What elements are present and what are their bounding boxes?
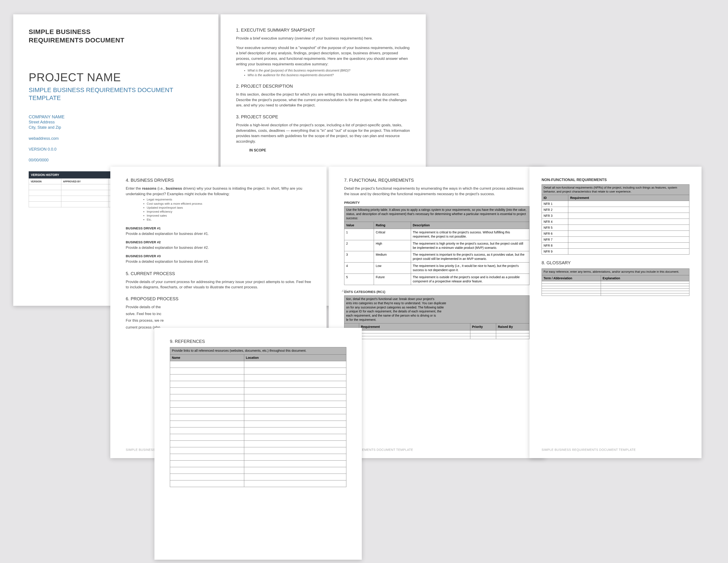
- section-functional-requirements: 7. FUNCTIONAL REQUIREMENTS: [344, 178, 529, 183]
- rc1-label: ENTS CATEGORIES (RC1): [344, 290, 529, 294]
- glossary-intro: For easy reference, enter any terms, abb…: [542, 269, 689, 275]
- drivers-bullets: Legal requirements Cost savings with a m…: [147, 197, 311, 222]
- page-nfr-glossary: NON-FUNCTIONAL REQUIREMENTS Detail all n…: [529, 167, 702, 458]
- section-current-process: 5. CURRENT PROCESS: [126, 271, 311, 276]
- company-address-1: Street Address: [29, 119, 203, 125]
- in-scope-label: IN SCOPE: [249, 148, 410, 152]
- doc-header-line2: REQUIREMENTS DOCUMENT: [29, 36, 203, 44]
- bd2-desc: Provide a detailed explanation for busin…: [126, 246, 311, 250]
- rc1-table: tion, detail the project's functional us…: [344, 296, 529, 339]
- proj-scope-body: Provide a high-level description of the …: [236, 122, 410, 144]
- drivers-intro: Enter the reasons (i.e., business driver…: [126, 186, 311, 197]
- proposed-line2: solve. Feel free to inc: [126, 311, 311, 317]
- current-process-body: Provide details of your current process …: [126, 279, 311, 290]
- peek-ate: ATE: [342, 289, 347, 293]
- page-footer: SIMPLE BUSINESS REQUIREMENTS DOCUMENT TE…: [542, 448, 636, 452]
- nfr-table: Detail all non-functional requirements (…: [542, 184, 689, 254]
- priority-label: PRIORITY: [344, 201, 529, 204]
- nfr-intro: Detail all non-functional requirements (…: [542, 184, 689, 195]
- bd1-desc: Provide a detailed explanation for busin…: [126, 232, 311, 236]
- glossary-table: For easy reference, enter any terms, abb…: [542, 268, 689, 296]
- section-proposed-process: 6. PROPOSED PROCESS: [126, 296, 311, 302]
- doc-header-line1: SIMPLE BUSINESS: [29, 28, 203, 36]
- bd3-desc: Provide a detailed explanation for busin…: [126, 259, 311, 263]
- exec-p2: Your executive summary should be a "snap…: [236, 45, 410, 67]
- company-address-2: City, State and Zip: [29, 125, 203, 130]
- proposed-line3: For this process, we re: [126, 318, 311, 324]
- company-name: COMPANY NAME: [29, 114, 203, 119]
- ref-intro: Provide links to all referenced resource…: [170, 347, 346, 355]
- bd1-label: BUSINESS DRIVER #1: [126, 226, 311, 230]
- bd2-label: BUSINESS DRIVER #2: [126, 240, 311, 244]
- section-project-description: 2. PROJECT DESCRIPTION: [236, 84, 410, 89]
- page-references: 9. REFERENCES Provide links to all refer…: [154, 328, 362, 560]
- exec-bullet-2: Who is the audience for this business re…: [248, 73, 410, 77]
- project-title: PROJECT NAME: [29, 71, 203, 84]
- company-web: webaddress.com: [29, 136, 203, 141]
- priority-table: Use the following priority table. It all…: [344, 206, 529, 285]
- references-table: Provide links to all referenced resource…: [170, 347, 346, 487]
- section-glossary: 8. GLOSSARY: [542, 260, 689, 265]
- proj-desc-body: In this section, describe the project fo…: [236, 92, 410, 108]
- bd3-label: BUSINESS DRIVER #3: [126, 254, 311, 258]
- section-project-scope: 3. PROJECT SCOPE: [236, 114, 410, 119]
- priority-intro: Use the following priority table. It all…: [344, 206, 529, 222]
- vh-col-version: VERSION: [29, 179, 61, 184]
- vh-col-approved: APPROVED BY: [61, 179, 108, 184]
- exec-bullets: What is the goal (purpose) of this busin…: [248, 68, 410, 77]
- exec-bullet-1: What is the goal (purpose) of this busin…: [248, 68, 410, 73]
- nfr-heading: NON-FUNCTIONAL REQUIREMENTS: [542, 178, 689, 182]
- section-exec-summary: 1. EXECUTIVE SUMMARY SNAPSHOT: [236, 28, 410, 33]
- func-intro: Detail the project's functional requirem…: [344, 186, 529, 197]
- doc-version: VERSION 0.0.0: [29, 147, 203, 152]
- exec-p1: Provide a brief executive summary (overv…: [236, 36, 410, 41]
- doc-date: 00/00/0000: [29, 158, 203, 162]
- proposed-line1: Provide details of the: [126, 305, 311, 310]
- section-references: 9. REFERENCES: [170, 339, 346, 344]
- project-subtitle: SIMPLE BUSINESS REQUIREMENTS DOCUMENT TE…: [29, 86, 203, 102]
- section-business-drivers: 4. BUSINESS DRIVERS: [126, 178, 311, 183]
- rc1-intro: tion, detail the project's functional us…: [344, 296, 529, 323]
